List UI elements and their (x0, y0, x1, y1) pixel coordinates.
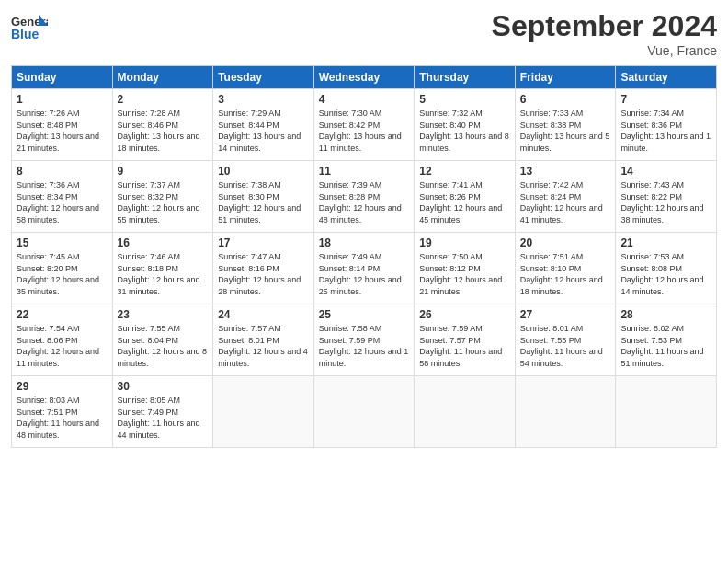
day-number: 29 (17, 380, 108, 393)
day-info: Sunrise: 7:32 AMSunset: 8:40 PMDaylight:… (419, 109, 509, 153)
col-wednesday: Wednesday (313, 66, 415, 89)
table-row (313, 376, 415, 448)
day-number: 30 (118, 380, 209, 393)
day-info: Sunrise: 7:57 AMSunset: 8:01 PMDaylight:… (218, 324, 308, 368)
month-title: September 2024 (492, 9, 717, 43)
day-info: Sunrise: 7:34 AMSunset: 8:36 PMDaylight:… (620, 109, 711, 153)
day-number: 8 (17, 165, 108, 178)
table-row (213, 376, 314, 448)
page-header: General Blue September 2024 Vue, France (11, 9, 717, 58)
day-number: 10 (218, 165, 309, 178)
day-number: 16 (118, 236, 209, 249)
day-info: Sunrise: 7:47 AMSunset: 8:16 PMDaylight:… (218, 252, 301, 296)
calendar-table: Sunday Monday Tuesday Wednesday Thursday… (11, 65, 717, 448)
table-row: 3 Sunrise: 7:29 AMSunset: 8:44 PMDayligh… (213, 89, 314, 161)
day-info: Sunrise: 7:26 AMSunset: 8:48 PMDaylight:… (17, 109, 99, 153)
day-info: Sunrise: 7:41 AMSunset: 8:26 PMDaylight:… (419, 180, 502, 224)
day-info: Sunrise: 8:02 AMSunset: 7:53 PMDaylight:… (620, 324, 703, 368)
logo-icon: General Blue (11, 9, 48, 46)
day-info: Sunrise: 7:58 AMSunset: 7:59 PMDaylight:… (319, 324, 409, 368)
table-row: 23 Sunrise: 7:55 AMSunset: 8:04 PMDaylig… (112, 304, 213, 376)
table-row: 20 Sunrise: 7:51 AMSunset: 8:10 PMDaylig… (515, 233, 616, 304)
table-row (415, 376, 516, 448)
day-number: 6 (520, 93, 611, 106)
day-number: 1 (17, 93, 108, 106)
table-row: 22 Sunrise: 7:54 AMSunset: 8:06 PMDaylig… (12, 304, 113, 376)
day-number: 2 (118, 93, 209, 106)
table-row: 13 Sunrise: 7:42 AMSunset: 8:24 PMDaylig… (515, 161, 616, 233)
col-sunday: Sunday (12, 66, 113, 89)
col-monday: Monday (112, 66, 213, 89)
table-row: 26 Sunrise: 7:59 AMSunset: 7:57 PMDaylig… (415, 304, 516, 376)
day-number: 13 (520, 165, 611, 178)
day-info: Sunrise: 7:38 AMSunset: 8:30 PMDaylight:… (218, 180, 301, 224)
svg-text:Blue: Blue (11, 27, 40, 41)
day-info: Sunrise: 7:29 AMSunset: 8:44 PMDaylight:… (218, 109, 301, 153)
calendar-week-row: 22 Sunrise: 7:54 AMSunset: 8:06 PMDaylig… (12, 304, 717, 376)
page-container: General Blue September 2024 Vue, France … (0, 0, 728, 455)
day-info: Sunrise: 7:59 AMSunset: 7:57 PMDaylight:… (419, 324, 502, 368)
location: Vue, France (492, 43, 717, 58)
day-info: Sunrise: 7:51 AMSunset: 8:10 PMDaylight:… (520, 252, 603, 296)
day-info: Sunrise: 7:55 AMSunset: 8:04 PMDaylight:… (118, 324, 208, 368)
col-friday: Friday (515, 66, 616, 89)
table-row: 16 Sunrise: 7:46 AMSunset: 8:18 PMDaylig… (112, 233, 213, 304)
day-number: 22 (17, 308, 108, 321)
day-info: Sunrise: 8:03 AMSunset: 7:51 PMDaylight:… (17, 396, 99, 440)
table-row: 6 Sunrise: 7:33 AMSunset: 8:38 PMDayligh… (515, 89, 616, 161)
table-row: 30 Sunrise: 8:05 AMSunset: 7:49 PMDaylig… (112, 376, 213, 448)
day-number: 26 (419, 308, 510, 321)
day-info: Sunrise: 7:36 AMSunset: 8:34 PMDaylight:… (17, 180, 99, 224)
table-row: 21 Sunrise: 7:53 AMSunset: 8:08 PMDaylig… (616, 233, 717, 304)
table-row: 17 Sunrise: 7:47 AMSunset: 8:16 PMDaylig… (213, 233, 314, 304)
day-info: Sunrise: 7:37 AMSunset: 8:32 PMDaylight:… (118, 180, 200, 224)
logo: General Blue (11, 9, 48, 50)
table-row: 25 Sunrise: 7:58 AMSunset: 7:59 PMDaylig… (313, 304, 415, 376)
col-saturday: Saturday (616, 66, 717, 89)
day-info: Sunrise: 8:01 AMSunset: 7:55 PMDaylight:… (520, 324, 603, 368)
day-number: 18 (319, 236, 410, 249)
day-number: 17 (218, 236, 309, 249)
table-row: 12 Sunrise: 7:41 AMSunset: 8:26 PMDaylig… (415, 161, 516, 233)
day-info: Sunrise: 7:28 AMSunset: 8:46 PMDaylight:… (118, 109, 200, 153)
title-area: September 2024 Vue, France (492, 9, 717, 58)
day-info: Sunrise: 7:53 AMSunset: 8:08 PMDaylight:… (620, 252, 703, 296)
table-row: 14 Sunrise: 7:43 AMSunset: 8:22 PMDaylig… (616, 161, 717, 233)
table-row (616, 376, 717, 448)
calendar-week-row: 29 Sunrise: 8:03 AMSunset: 7:51 PMDaylig… (12, 376, 717, 448)
day-info: Sunrise: 7:39 AMSunset: 8:28 PMDaylight:… (319, 180, 402, 224)
table-row: 27 Sunrise: 8:01 AMSunset: 7:55 PMDaylig… (515, 304, 616, 376)
day-number: 19 (419, 236, 510, 249)
day-number: 5 (419, 93, 510, 106)
table-row: 28 Sunrise: 8:02 AMSunset: 7:53 PMDaylig… (616, 304, 717, 376)
col-tuesday: Tuesday (213, 66, 314, 89)
table-row: 15 Sunrise: 7:45 AMSunset: 8:20 PMDaylig… (12, 233, 113, 304)
table-row: 24 Sunrise: 7:57 AMSunset: 8:01 PMDaylig… (213, 304, 314, 376)
table-row: 5 Sunrise: 7:32 AMSunset: 8:40 PMDayligh… (415, 89, 516, 161)
day-info: Sunrise: 7:45 AMSunset: 8:20 PMDaylight:… (17, 252, 99, 296)
day-number: 15 (17, 236, 108, 249)
day-number: 9 (118, 165, 209, 178)
day-info: Sunrise: 7:54 AMSunset: 8:06 PMDaylight:… (17, 324, 99, 368)
day-number: 7 (620, 93, 711, 106)
day-info: Sunrise: 7:50 AMSunset: 8:12 PMDaylight:… (419, 252, 502, 296)
table-row: 9 Sunrise: 7:37 AMSunset: 8:32 PMDayligh… (112, 161, 213, 233)
table-row: 2 Sunrise: 7:28 AMSunset: 8:46 PMDayligh… (112, 89, 213, 161)
day-info: Sunrise: 7:30 AMSunset: 8:42 PMDaylight:… (319, 109, 402, 153)
table-row: 8 Sunrise: 7:36 AMSunset: 8:34 PMDayligh… (12, 161, 113, 233)
day-number: 23 (118, 308, 209, 321)
table-row: 29 Sunrise: 8:03 AMSunset: 7:51 PMDaylig… (12, 376, 113, 448)
table-row: 4 Sunrise: 7:30 AMSunset: 8:42 PMDayligh… (313, 89, 415, 161)
day-info: Sunrise: 7:33 AMSunset: 8:38 PMDaylight:… (520, 109, 610, 153)
table-row: 19 Sunrise: 7:50 AMSunset: 8:12 PMDaylig… (415, 233, 516, 304)
col-thursday: Thursday (415, 66, 516, 89)
day-info: Sunrise: 7:49 AMSunset: 8:14 PMDaylight:… (319, 252, 402, 296)
table-row: 10 Sunrise: 7:38 AMSunset: 8:30 PMDaylig… (213, 161, 314, 233)
day-info: Sunrise: 8:05 AMSunset: 7:49 PMDaylight:… (118, 396, 200, 440)
table-row: 1 Sunrise: 7:26 AMSunset: 8:48 PMDayligh… (12, 89, 113, 161)
day-number: 14 (620, 165, 711, 178)
day-number: 20 (520, 236, 611, 249)
day-number: 3 (218, 93, 309, 106)
calendar-week-row: 1 Sunrise: 7:26 AMSunset: 8:48 PMDayligh… (12, 89, 717, 161)
calendar-week-row: 15 Sunrise: 7:45 AMSunset: 8:20 PMDaylig… (12, 233, 717, 304)
